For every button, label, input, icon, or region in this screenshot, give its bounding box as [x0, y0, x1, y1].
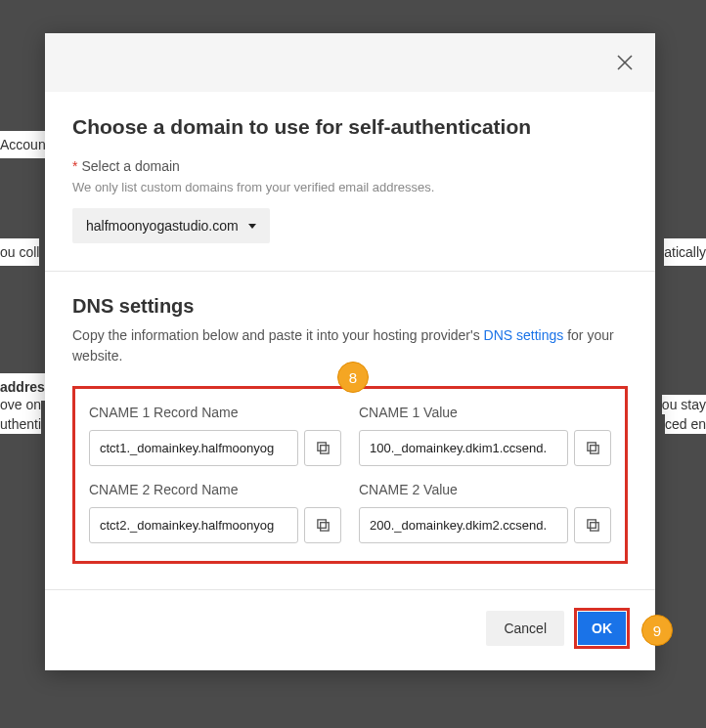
chevron-down-icon	[248, 224, 256, 229]
modal-body: Choose a domain to use for self-authenti…	[45, 92, 655, 564]
dns-settings-link[interactable]: DNS settings	[484, 327, 564, 343]
modal-footer: Cancel OK 9	[45, 589, 655, 670]
bg-frag: ced en	[665, 414, 706, 434]
domain-dropdown[interactable]: halfmoonyogastudio.com	[72, 208, 270, 243]
dns-desc-text: Copy the information below and paste it …	[72, 327, 484, 343]
selected-domain-value: halfmoonyogastudio.com	[86, 218, 239, 234]
self-auth-modal: Choose a domain to use for self-authenti…	[45, 33, 655, 670]
divider	[45, 271, 655, 272]
svg-rect-7	[317, 520, 325, 528]
cname1-value-col: CNAME 1 Value	[359, 405, 611, 466]
bg-frag: uthenti	[0, 414, 41, 434]
svg-rect-6	[320, 523, 328, 531]
select-domain-label: Select a domain	[81, 158, 179, 174]
annotation-badge-8: 8	[337, 362, 369, 393]
select-label-row: * Select a domain	[72, 158, 628, 174]
svg-rect-4	[590, 446, 597, 453]
bg-frag: atically	[664, 238, 706, 266]
cname1-name-label: CNAME 1 Record Name	[89, 405, 341, 420]
close-icon[interactable]	[616, 54, 634, 71]
ok-button[interactable]: OK	[578, 612, 626, 645]
cname1-name-input[interactable]	[89, 430, 298, 466]
modal-title: Choose a domain to use for self-authenti…	[72, 115, 628, 139]
cancel-button[interactable]: Cancel	[486, 611, 564, 646]
cname2-value-label: CNAME 2 Value	[359, 482, 611, 497]
modal-header	[45, 33, 655, 92]
svg-rect-3	[317, 443, 325, 450]
copy-cname2-value-button[interactable]	[574, 507, 611, 543]
bg-frag: ou stay	[662, 395, 706, 414]
svg-rect-2	[320, 446, 328, 453]
cname1-value-input[interactable]	[359, 430, 568, 466]
annotation-badge-9: 9	[641, 615, 673, 646]
dns-settings-desc: Copy the information below and paste it …	[72, 325, 628, 366]
dns-records-box: 8 CNAME 1 Record Name CNAME 1 Value	[72, 386, 628, 564]
required-asterisk: *	[72, 158, 77, 174]
copy-cname1-value-button[interactable]	[574, 430, 611, 466]
ok-highlight-box: OK	[574, 608, 630, 649]
copy-icon	[586, 441, 600, 455]
cname1-name-col: CNAME 1 Record Name	[89, 405, 341, 466]
cname2-name-input[interactable]	[89, 507, 298, 543]
bg-frag: ou coll	[0, 238, 39, 266]
copy-icon	[586, 518, 600, 533]
svg-rect-5	[587, 443, 595, 450]
svg-rect-9	[587, 520, 595, 528]
cname1-value-label: CNAME 1 Value	[359, 405, 611, 420]
svg-rect-8	[590, 523, 597, 531]
copy-cname2-name-button[interactable]	[304, 507, 341, 543]
copy-cname1-name-button[interactable]	[304, 430, 341, 466]
copy-icon	[316, 518, 331, 533]
dns-settings-title: DNS settings	[72, 295, 628, 318]
copy-icon	[316, 441, 331, 455]
cname2-value-input[interactable]	[359, 507, 568, 543]
bg-frag: Accoun	[0, 131, 46, 158]
dns-row-2: CNAME 2 Record Name CNAME 2 Value	[89, 482, 611, 543]
cname2-name-label: CNAME 2 Record Name	[89, 482, 341, 497]
select-help-text: We only list custom domains from your ve…	[72, 180, 628, 194]
cname2-name-col: CNAME 2 Record Name	[89, 482, 341, 543]
cname2-value-col: CNAME 2 Value	[359, 482, 611, 543]
bg-frag: ove on	[0, 395, 41, 414]
dns-row-1: CNAME 1 Record Name CNAME 1 Value	[89, 405, 611, 466]
